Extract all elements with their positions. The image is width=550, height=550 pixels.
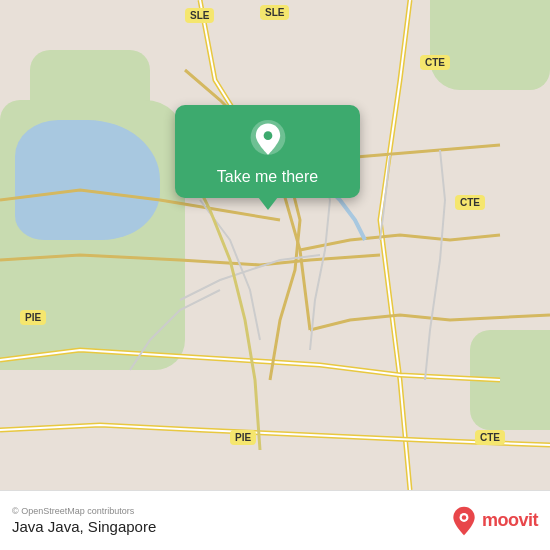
cte-badge-top: CTE	[420, 55, 450, 70]
pie-badge-left: PIE	[20, 310, 46, 325]
moovit-text: moovit	[482, 510, 538, 531]
bottom-bar: © OpenStreetMap contributors Java Java, …	[0, 490, 550, 550]
roads-overlay	[0, 0, 550, 490]
cte-badge-bottom: CTE	[475, 430, 505, 445]
svg-point-3	[462, 515, 466, 519]
location-pin-icon	[248, 120, 288, 160]
sle-badge-left: SLE	[185, 8, 214, 23]
moovit-pin-icon	[450, 505, 478, 537]
take-me-there-popup[interactable]: Take me there	[175, 105, 360, 198]
map-container: SLE SLE CTE CTE CTE PIE PIE Take me ther…	[0, 0, 550, 490]
take-me-there-label: Take me there	[217, 168, 318, 186]
moovit-logo[interactable]: moovit	[450, 505, 538, 537]
location-name: Java Java, Singapore	[12, 518, 156, 535]
location-info: © OpenStreetMap contributors Java Java, …	[12, 506, 156, 535]
svg-point-1	[263, 131, 272, 140]
pie-badge-bottom: PIE	[230, 430, 256, 445]
map-attribution: © OpenStreetMap contributors	[12, 506, 156, 516]
sle-badge-top: SLE	[260, 5, 289, 20]
cte-badge-right: CTE	[455, 195, 485, 210]
